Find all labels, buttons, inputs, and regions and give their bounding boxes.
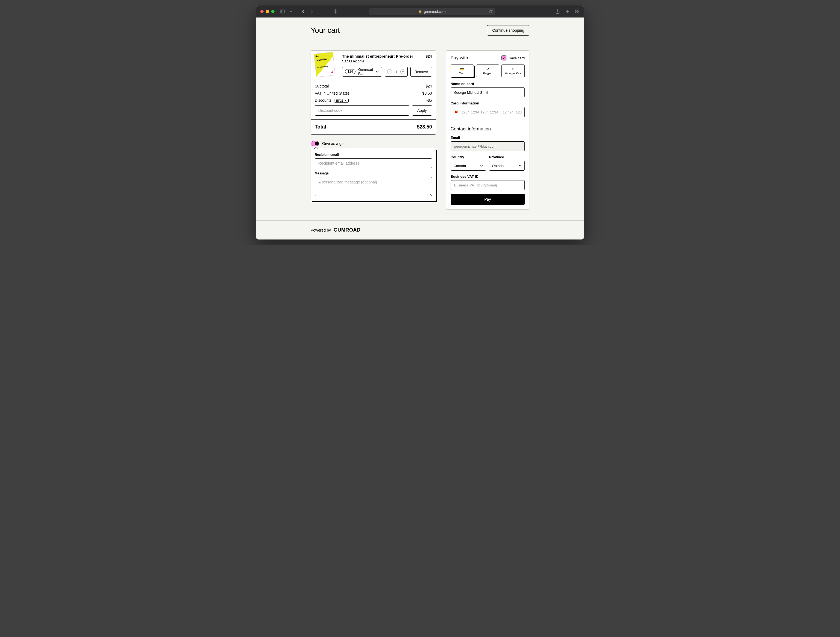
- product-name: The minimalist entrepreneur: Pre-order: [342, 54, 413, 58]
- privacy-shield-icon[interactable]: [333, 9, 338, 14]
- variant-name: Gumroad Fan: [358, 68, 373, 76]
- save-card-row: ✓ Save card: [502, 55, 525, 60]
- save-card-checkbox[interactable]: ✓: [502, 55, 507, 60]
- apply-discount-button[interactable]: Apply: [412, 105, 432, 116]
- total-row: Total $23.50: [311, 120, 436, 134]
- page-title: Your cart: [311, 26, 340, 35]
- payment-method-card[interactable]: 💳 Card: [451, 65, 474, 77]
- svg-rect-8: [576, 12, 577, 13]
- chevron-down-icon: [480, 165, 483, 167]
- share-icon[interactable]: [555, 9, 560, 14]
- chevron-down-icon: [518, 165, 522, 167]
- save-card-label: Save card: [508, 56, 525, 60]
- contact-info-title: Contact information: [451, 126, 525, 132]
- checkout-card: Pay with ✓ Save card 💳 Card P: [446, 50, 529, 210]
- total-value: $23.50: [417, 124, 432, 130]
- reload-icon[interactable]: [489, 10, 493, 13]
- country-label: Country: [451, 155, 486, 159]
- lock-icon: 🔒: [418, 10, 422, 13]
- gumroad-logo: GUMROAD: [333, 227, 361, 233]
- subtotal-label: Subtotal: [315, 84, 329, 88]
- name-on-card-label: Name on card: [451, 82, 525, 86]
- remove-discount-icon[interactable]: ✕: [344, 99, 347, 102]
- page-header: Your cart Continue shopping: [256, 17, 584, 43]
- item-info: The minimalist entrepreneur: Pre-order $…: [338, 51, 436, 80]
- url-bar[interactable]: 🔒 gumroad.com: [369, 8, 495, 15]
- card-number-row[interactable]: 1234 1234 1234 1234 12 / 24 123: [451, 107, 525, 117]
- svg-rect-7: [578, 10, 579, 11]
- total-label: Total: [315, 124, 326, 130]
- pay-button[interactable]: Pay: [451, 194, 525, 205]
- gift-toggle-row: Give as a gift: [311, 141, 436, 146]
- gift-toggle[interactable]: [311, 141, 319, 146]
- cart-column: the minimalist entrepreneur The minimali…: [311, 50, 436, 201]
- quantity-stepper: − 1 +: [385, 67, 408, 77]
- payment-methods: 💳 Card P Paypal G Google Pay: [451, 65, 525, 77]
- product-author-link[interactable]: Sahil Lavingia: [342, 59, 364, 63]
- main-content: the minimalist entrepreneur The minimali…: [256, 43, 584, 220]
- variant-price-pill: $24: [345, 69, 355, 74]
- vat-id-label: Business VAT ID: [451, 174, 525, 178]
- discount-value: -$5: [426, 98, 432, 102]
- url-host: gumroad.com: [424, 9, 445, 14]
- province-select[interactable]: Ontario: [489, 161, 525, 170]
- payment-method-google-pay[interactable]: G Google Pay: [502, 65, 525, 77]
- back-button[interactable]: [301, 9, 306, 14]
- chevron-down-icon: [376, 71, 379, 73]
- maximize-window-button[interactable]: [271, 10, 275, 13]
- sidebar-icon[interactable]: [280, 9, 285, 14]
- gift-message-label: Message: [315, 172, 432, 175]
- forward-button[interactable]: [309, 9, 314, 14]
- mastercard-icon: [454, 110, 459, 114]
- variant-select[interactable]: $24 Gumroad Fan: [342, 67, 382, 77]
- new-tab-icon[interactable]: [565, 9, 570, 14]
- pay-with-title: Pay with: [451, 55, 468, 61]
- recipient-email-label: Recipient email: [315, 153, 432, 157]
- cart-card: the minimalist entrepreneur The minimali…: [311, 50, 436, 134]
- card-expiry: 12 / 24: [503, 110, 514, 114]
- remove-button[interactable]: Remove: [411, 67, 432, 77]
- card-cvc: 123: [516, 110, 522, 114]
- paypal-icon: P: [477, 67, 498, 71]
- qty-minus-button[interactable]: −: [387, 69, 392, 74]
- powered-by-label: Powered by: [311, 228, 331, 232]
- book-cover-icon: the minimalist entrepreneur: [314, 52, 335, 77]
- name-on-card-input[interactable]: [451, 87, 525, 97]
- qty-value: 1: [395, 70, 398, 74]
- vat-id-input[interactable]: [451, 180, 525, 190]
- close-window-button[interactable]: [260, 10, 264, 13]
- discount-tag: BF21 ✕: [334, 99, 348, 102]
- email-input[interactable]: [451, 141, 525, 151]
- product-price: $24: [425, 54, 432, 58]
- titlebar: 🔒 gumroad.com: [256, 5, 584, 17]
- gift-toggle-label: Give as a gift: [322, 141, 344, 146]
- country-select[interactable]: Canada: [451, 161, 486, 170]
- discounts-label: Discounts BF21 ✕: [315, 98, 349, 102]
- discount-code-input[interactable]: [315, 105, 409, 116]
- product-thumbnail: the minimalist entrepreneur: [311, 51, 338, 78]
- svg-rect-0: [280, 10, 285, 13]
- gift-card: Recipient email Message: [311, 149, 436, 201]
- browser-window: 🔒 gumroad.com Your cart Continue shoppin…: [256, 5, 584, 240]
- card-icon: 💳: [452, 67, 472, 71]
- qty-plus-button[interactable]: +: [400, 69, 405, 74]
- tabs-grid-icon[interactable]: [575, 9, 580, 14]
- google-icon: G: [503, 67, 523, 71]
- province-label: Province: [489, 155, 525, 159]
- vat-value: $3.50: [422, 91, 432, 95]
- vat-label: VAT in United States: [315, 91, 350, 95]
- continue-shopping-button[interactable]: Continue shopping: [487, 25, 529, 36]
- recipient-email-input[interactable]: [315, 158, 432, 168]
- footer: Powered by GUMROAD: [256, 220, 584, 240]
- svg-rect-9: [578, 12, 579, 13]
- gift-message-input[interactable]: [315, 177, 432, 196]
- chevron-down-icon[interactable]: [289, 9, 294, 14]
- email-label: Email: [451, 136, 525, 140]
- cart-item: the minimalist entrepreneur The minimali…: [311, 51, 436, 80]
- card-number: 1234 1234 1234 1234: [461, 110, 501, 114]
- checkout-column: Pay with ✓ Save card 💳 Card P: [446, 50, 529, 210]
- minimize-window-button[interactable]: [266, 10, 269, 13]
- payment-method-paypal[interactable]: P Paypal: [476, 65, 499, 77]
- card-info-label: Card information: [451, 101, 525, 105]
- subtotal-value: $24: [425, 84, 432, 88]
